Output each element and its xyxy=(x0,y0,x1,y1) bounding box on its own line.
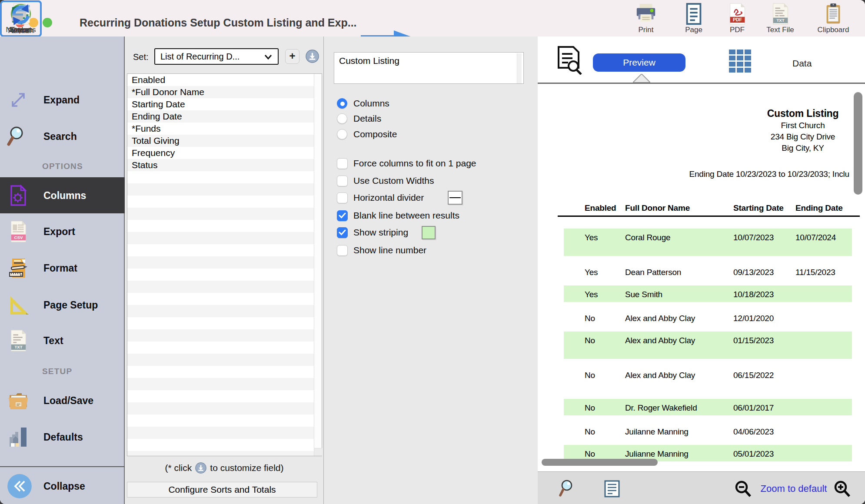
toolbar-item-pdf[interactable]: PDF PDF xyxy=(716,3,758,34)
columns-doc-icon xyxy=(7,184,30,207)
zoom-in-icon[interactable] xyxy=(833,480,851,498)
sidebar-item-label: Columns xyxy=(43,189,86,201)
format-icon xyxy=(7,257,30,279)
sidebar-item-label: Format xyxy=(43,262,77,274)
layout-radio[interactable]: Composite xyxy=(337,128,397,140)
preview-tabbar: Preview Data xyxy=(538,36,865,83)
sidebar-item-defaults[interactable]: Defaults xyxy=(0,419,125,455)
option-checkbox-row[interactable]: Use Custom Widths xyxy=(337,174,434,187)
txt-file-icon: TXT xyxy=(7,329,30,352)
field-list-item[interactable]: Enabled xyxy=(127,74,314,86)
sidebar-item-text[interactable]: TXT Text xyxy=(0,322,125,359)
layout-radio[interactable]: Columns xyxy=(337,97,389,109)
toolbar-item-clipboard[interactable]: Clipboard xyxy=(812,3,854,34)
toolbar-item-text-file[interactable]: TXT Text File xyxy=(759,3,801,34)
stripe-color-swatch[interactable] xyxy=(422,226,436,239)
field-list-item[interactable]: *Full Donor Name xyxy=(127,86,314,98)
toolbar-label: Print xyxy=(639,26,654,34)
report-row: Yes Sue Smith 10/18/2023 xyxy=(564,285,852,302)
preview-horizontal-scrollbar[interactable] xyxy=(542,459,658,466)
toolbar-item-refresh[interactable]: Refresh xyxy=(0,0,42,37)
report-view-icon[interactable] xyxy=(604,480,620,498)
cell-starting-date: 04/06/2023 xyxy=(733,427,774,437)
sidebar-item-export[interactable]: CSV Export xyxy=(0,213,125,250)
checkbox-label: Show line number xyxy=(353,245,426,255)
checkbox[interactable] xyxy=(337,192,348,203)
add-set-button[interactable]: + xyxy=(285,49,299,64)
customize-hint: (* click to customize field) xyxy=(125,461,324,474)
tab-data[interactable]: Data xyxy=(792,58,812,69)
sidebar-item-expand[interactable]: Expand xyxy=(0,82,125,118)
option-checkbox-row[interactable]: Force columns to fit on 1 page xyxy=(337,157,476,170)
window-title: Recurring Donations Setup Custom Listing… xyxy=(80,17,357,29)
sidebar-item-columns[interactable]: Columns xyxy=(0,177,125,213)
checkbox[interactable] xyxy=(337,210,348,221)
search-icon xyxy=(7,125,30,148)
svg-text:CSV: CSV xyxy=(14,235,23,240)
preview-vertical-scrollbar[interactable] xyxy=(854,92,862,195)
radio-button[interactable] xyxy=(337,129,347,139)
sidebar-item-label: Text xyxy=(43,335,63,347)
radio-label: Details xyxy=(353,113,381,124)
option-checkbox-row[interactable]: Show line number xyxy=(337,244,426,257)
field-list-item[interactable]: Ending Date xyxy=(127,110,314,123)
toolbar-item-page[interactable]: Page xyxy=(673,3,715,34)
report-row: Yes Dean Patterson 09/13/2023 11/15/2023 xyxy=(564,262,852,279)
sidebar-item-search[interactable]: Search xyxy=(0,118,125,155)
zoom-to-default-link[interactable]: Zoom to default xyxy=(755,483,832,494)
scrollbar-corner xyxy=(314,448,322,456)
toolbar-label: PDF xyxy=(730,26,745,34)
divider-style-button[interactable] xyxy=(448,191,462,205)
sidebar-item-label: Search xyxy=(43,131,77,143)
report-row: No Dr. Roger Wakefield 06/01/2017 xyxy=(564,399,852,415)
sidebar-item-label: Expand xyxy=(43,94,80,106)
field-list[interactable]: Enabled *Full Donor Name Starting Date E… xyxy=(127,73,322,456)
textarea-scrollbar[interactable] xyxy=(517,53,522,83)
toolbar-label: Refresh xyxy=(8,27,34,35)
layout-radio[interactable]: Details xyxy=(337,113,381,125)
zoom-window-button[interactable] xyxy=(43,18,52,27)
cell-donor-name: Alex and Abby Clay xyxy=(625,336,695,345)
toolbar-label: Page xyxy=(685,26,702,34)
field-list-item[interactable]: Starting Date xyxy=(127,98,314,110)
set-dropdown[interactable]: List of Recurring D... xyxy=(154,48,279,65)
sidebar-divider xyxy=(0,466,125,467)
checkbox[interactable] xyxy=(337,176,348,186)
listing-name-input[interactable]: Custom Listing xyxy=(334,52,524,84)
radio-button[interactable] xyxy=(337,98,347,109)
sidebar-item-page-setup[interactable]: Page Setup xyxy=(0,287,125,323)
option-checkbox-row[interactable]: Show striping xyxy=(337,226,436,239)
customize-field-icon[interactable] xyxy=(306,50,319,63)
field-list-item[interactable]: Total Giving xyxy=(127,135,314,147)
cell-starting-date: 06/15/2022 xyxy=(733,371,774,380)
toolbar-item-print[interactable]: Print xyxy=(625,3,667,34)
sidebar-item-load-save[interactable]: Load/Save xyxy=(0,382,125,419)
field-list-scrollbar[interactable] xyxy=(314,74,322,456)
radio-button[interactable] xyxy=(337,113,347,124)
cell-enabled: No xyxy=(585,427,595,437)
magnifier-icon[interactable] xyxy=(559,479,577,498)
sidebar-item-format[interactable]: Format xyxy=(0,250,125,286)
cell-starting-date: 10/18/2023 xyxy=(733,290,774,299)
expand-icon xyxy=(7,89,30,111)
preview-doc-icon xyxy=(555,45,584,75)
checkbox[interactable] xyxy=(337,158,348,169)
field-list-item[interactable]: Status xyxy=(127,159,314,171)
checkbox[interactable] xyxy=(337,245,348,256)
sidebar: Expand Search OPTIONS xyxy=(0,36,125,504)
checkbox[interactable] xyxy=(337,227,348,238)
tab-preview[interactable]: Preview xyxy=(593,53,685,72)
zoom-out-icon[interactable] xyxy=(734,480,752,498)
cell-enabled: Yes xyxy=(585,290,598,299)
option-checkbox-row[interactable]: Blank line between results xyxy=(337,209,459,222)
option-checkbox-row[interactable]: Horizontal divider xyxy=(337,191,462,204)
checkbox-label: Show striping xyxy=(353,227,408,238)
cell-enabled: Yes xyxy=(585,268,598,277)
svg-text:TXT: TXT xyxy=(14,345,22,349)
sidebar-item-collapse[interactable]: Collapse xyxy=(0,471,125,501)
field-list-item[interactable]: *Funds xyxy=(127,123,314,135)
field-list-item[interactable]: Frequency xyxy=(127,147,314,159)
configure-sorts-button[interactable]: Configure Sorts and Totals xyxy=(127,482,317,497)
toolbar-label: Clipboard xyxy=(818,26,849,34)
checkbox-label: Use Custom Widths xyxy=(353,176,434,186)
